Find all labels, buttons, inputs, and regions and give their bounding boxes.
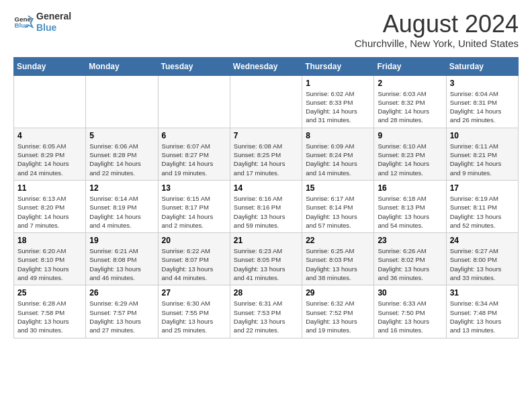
calendar-week-row: 11Sunrise: 6:13 AMSunset: 8:20 PMDayligh… [14,180,519,232]
day-info: Sunrise: 6:26 AMSunset: 8:02 PMDaylight:… [378,246,442,282]
calendar-cell [230,75,302,128]
calendar-cell: 28Sunrise: 6:31 AMSunset: 7:53 PMDayligh… [230,285,302,338]
calendar-day-header: Saturday [446,57,518,75]
day-info: Sunrise: 6:25 AMSunset: 8:03 PMDaylight:… [306,246,370,282]
calendar-week-row: 4Sunrise: 6:05 AMSunset: 8:29 PMDaylight… [14,128,519,180]
day-info: Sunrise: 6:15 AMSunset: 8:17 PMDaylight:… [162,194,226,230]
calendar-cell: 14Sunrise: 6:16 AMSunset: 8:16 PMDayligh… [230,180,302,232]
calendar-cell: 17Sunrise: 6:19 AMSunset: 8:11 PMDayligh… [446,180,518,232]
day-info: Sunrise: 6:32 AMSunset: 7:52 PMDaylight:… [306,299,370,334]
calendar-cell: 2Sunrise: 6:03 AMSunset: 8:32 PMDaylight… [374,75,446,128]
day-number: 20 [162,236,226,245]
day-info: Sunrise: 6:05 AMSunset: 8:29 PMDaylight:… [17,142,82,177]
day-number: 8 [306,131,370,140]
calendar-cell: 10Sunrise: 6:11 AMSunset: 8:21 PMDayligh… [446,128,518,180]
day-number: 22 [306,236,370,245]
day-number: 19 [89,236,154,245]
day-number: 12 [89,183,154,193]
day-info: Sunrise: 6:10 AMSunset: 8:23 PMDaylight:… [378,142,442,177]
calendar-cell: 13Sunrise: 6:15 AMSunset: 8:17 PMDayligh… [158,180,230,232]
day-info: Sunrise: 6:17 AMSunset: 8:14 PMDaylight:… [306,194,370,230]
page-header: General Blue General Blue August 2024 Ch… [13,11,519,49]
calendar-header-row: SundayMondayTuesdayWednesdayThursdayFrid… [14,57,519,75]
calendar-cell: 18Sunrise: 6:20 AMSunset: 8:10 PMDayligh… [14,233,86,285]
page-title: August 2024 [355,11,519,38]
day-info: Sunrise: 6:30 AMSunset: 7:55 PMDaylight:… [162,299,226,334]
day-info: Sunrise: 6:22 AMSunset: 8:07 PMDaylight:… [162,246,226,282]
calendar-cell: 11Sunrise: 6:13 AMSunset: 8:20 PMDayligh… [14,180,86,232]
calendar-cell: 9Sunrise: 6:10 AMSunset: 8:23 PMDaylight… [374,128,446,180]
day-number: 15 [306,183,370,193]
day-info: Sunrise: 6:13 AMSunset: 8:20 PMDaylight:… [17,194,82,230]
calendar-day-header: Friday [374,57,446,75]
day-info: Sunrise: 6:23 AMSunset: 8:05 PMDaylight:… [234,246,298,282]
page-subtitle: Churchville, New York, United States [355,38,519,49]
title-section: August 2024 Churchville, New York, Unite… [355,11,519,49]
day-info: Sunrise: 6:27 AMSunset: 8:00 PMDaylight:… [450,246,515,282]
calendar-day-header: Thursday [302,57,374,75]
day-number: 2 [378,79,442,88]
calendar-week-row: 18Sunrise: 6:20 AMSunset: 8:10 PMDayligh… [14,233,519,285]
day-info: Sunrise: 6:03 AMSunset: 8:32 PMDaylight:… [378,89,442,125]
calendar-cell [14,75,86,128]
day-number: 29 [306,288,370,298]
calendar-day-header: Tuesday [158,57,230,75]
calendar-cell: 24Sunrise: 6:27 AMSunset: 8:00 PMDayligh… [446,233,518,285]
day-number: 28 [234,288,298,298]
day-info: Sunrise: 6:16 AMSunset: 8:16 PMDaylight:… [234,194,298,230]
calendar-cell: 15Sunrise: 6:17 AMSunset: 8:14 PMDayligh… [302,180,374,232]
day-number: 17 [450,183,515,193]
calendar-cell [158,75,230,128]
day-number: 10 [450,131,515,140]
calendar-cell [86,75,158,128]
calendar-day-header: Monday [86,57,158,75]
calendar-cell: 22Sunrise: 6:25 AMSunset: 8:03 PMDayligh… [302,233,374,285]
day-info: Sunrise: 6:07 AMSunset: 8:27 PMDaylight:… [162,142,226,177]
calendar-cell: 23Sunrise: 6:26 AMSunset: 8:02 PMDayligh… [374,233,446,285]
day-number: 23 [378,236,442,245]
day-number: 18 [17,236,82,245]
day-info: Sunrise: 6:06 AMSunset: 8:28 PMDaylight:… [89,142,154,177]
calendar-cell: 16Sunrise: 6:18 AMSunset: 8:13 PMDayligh… [374,180,446,232]
calendar-cell: 19Sunrise: 6:21 AMSunset: 8:08 PMDayligh… [86,233,158,285]
day-number: 27 [162,288,226,298]
day-info: Sunrise: 6:29 AMSunset: 7:57 PMDaylight:… [89,299,154,334]
day-info: Sunrise: 6:33 AMSunset: 7:50 PMDaylight:… [378,299,442,334]
calendar-cell: 26Sunrise: 6:29 AMSunset: 7:57 PMDayligh… [86,285,158,338]
day-info: Sunrise: 6:18 AMSunset: 8:13 PMDaylight:… [378,194,442,230]
day-info: Sunrise: 6:11 AMSunset: 8:21 PMDaylight:… [450,142,515,177]
logo-text: General Blue [36,11,71,34]
calendar-cell: 29Sunrise: 6:32 AMSunset: 7:52 PMDayligh… [302,285,374,338]
day-number: 13 [162,183,226,193]
day-info: Sunrise: 6:02 AMSunset: 8:33 PMDaylight:… [306,89,370,125]
day-number: 1 [306,79,370,88]
calendar-cell: 3Sunrise: 6:04 AMSunset: 8:31 PMDaylight… [446,75,518,128]
day-number: 26 [89,288,154,298]
calendar-week-row: 1Sunrise: 6:02 AMSunset: 8:33 PMDaylight… [14,75,519,128]
day-number: 11 [17,183,82,193]
day-info: Sunrise: 6:04 AMSunset: 8:31 PMDaylight:… [450,89,515,125]
day-number: 4 [17,131,82,140]
calendar-week-row: 25Sunrise: 6:28 AMSunset: 7:58 PMDayligh… [14,285,519,338]
calendar-cell: 27Sunrise: 6:30 AMSunset: 7:55 PMDayligh… [158,285,230,338]
logo-icon: General Blue [13,12,34,32]
calendar-cell: 7Sunrise: 6:08 AMSunset: 8:25 PMDaylight… [230,128,302,180]
day-number: 31 [450,288,515,298]
day-number: 30 [378,288,442,298]
day-number: 14 [234,183,298,193]
calendar-cell: 12Sunrise: 6:14 AMSunset: 8:19 PMDayligh… [86,180,158,232]
calendar-cell: 30Sunrise: 6:33 AMSunset: 7:50 PMDayligh… [374,285,446,338]
day-info: Sunrise: 6:09 AMSunset: 8:24 PMDaylight:… [306,142,370,177]
svg-text:Blue: Blue [15,21,30,29]
day-number: 21 [234,236,298,245]
logo: General Blue General Blue [13,11,71,34]
day-info: Sunrise: 6:31 AMSunset: 7:53 PMDaylight:… [234,299,298,334]
calendar-day-header: Sunday [14,57,86,75]
day-info: Sunrise: 6:20 AMSunset: 8:10 PMDaylight:… [17,246,82,282]
day-info: Sunrise: 6:28 AMSunset: 7:58 PMDaylight:… [17,299,82,334]
day-info: Sunrise: 6:14 AMSunset: 8:19 PMDaylight:… [89,194,154,230]
day-number: 5 [89,131,154,140]
day-info: Sunrise: 6:21 AMSunset: 8:08 PMDaylight:… [89,246,154,282]
day-number: 25 [17,288,82,298]
day-info: Sunrise: 6:08 AMSunset: 8:25 PMDaylight:… [234,142,298,177]
